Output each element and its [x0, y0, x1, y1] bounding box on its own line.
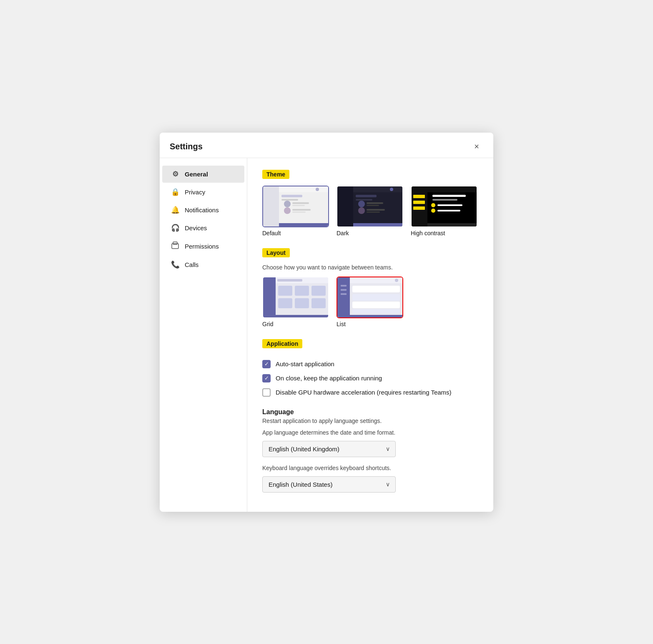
svg-rect-10 — [292, 205, 305, 206]
svg-rect-33 — [427, 186, 477, 192]
sidebar-item-devices[interactable]: 🎧 Devices — [162, 219, 244, 236]
sidebar-item-privacy[interactable]: 🔒 Privacy — [162, 184, 244, 201]
svg-point-24 — [358, 207, 365, 214]
close-button[interactable]: × — [470, 140, 483, 153]
svg-rect-7 — [281, 199, 298, 201]
layout-list-name: List — [337, 321, 346, 327]
svg-rect-49 — [295, 298, 309, 308]
svg-rect-4 — [279, 186, 329, 192]
autostart-label: Auto-start application — [276, 360, 334, 367]
layout-grid-preview — [262, 277, 329, 318]
svg-rect-46 — [295, 286, 309, 296]
svg-rect-42 — [263, 277, 276, 318]
svg-rect-9 — [292, 202, 309, 204]
box-icon — [171, 242, 180, 251]
sidebar-label-privacy: Privacy — [185, 189, 205, 196]
svg-rect-55 — [341, 289, 347, 291]
disable-gpu-checkbox[interactable] — [262, 388, 271, 397]
checkbox-autostart-row: ✓ Auto-start application — [262, 360, 478, 368]
svg-point-36 — [431, 203, 435, 207]
theme-default-name: Default — [262, 230, 281, 236]
theme-label: Theme — [262, 170, 289, 179]
svg-point-21 — [358, 201, 365, 207]
theme-row: Default — [262, 186, 478, 236]
svg-rect-56 — [341, 293, 347, 295]
layout-list-preview — [337, 277, 403, 318]
svg-rect-32 — [413, 206, 425, 210]
theme-hc-preview — [411, 186, 477, 227]
svg-rect-44 — [277, 279, 302, 282]
theme-default-preview — [262, 186, 329, 227]
main-content: Theme — [247, 158, 493, 512]
svg-rect-37 — [437, 204, 462, 206]
phone-icon: 📞 — [171, 260, 180, 269]
svg-rect-45 — [278, 286, 292, 296]
application-label: Application — [262, 339, 302, 348]
svg-rect-47 — [311, 286, 326, 296]
disable-gpu-label: Disable GPU hardware acceleration (requi… — [276, 389, 452, 396]
keyboard-select-wrapper: English (United States) English (United … — [262, 476, 396, 493]
layout-grid-name: Grid — [262, 321, 273, 327]
svg-rect-39 — [437, 210, 460, 211]
svg-rect-19 — [356, 195, 377, 197]
theme-dark-name: Dark — [337, 230, 349, 236]
sidebar-label-general: General — [185, 171, 208, 178]
svg-rect-1 — [173, 242, 177, 244]
bell-icon: 🔔 — [171, 206, 180, 214]
svg-rect-3 — [263, 186, 279, 227]
autostart-checkbox[interactable]: ✓ — [262, 360, 271, 368]
titlebar: Settings × — [160, 133, 493, 158]
language-select[interactable]: English (United Kingdom) English (United… — [262, 441, 396, 457]
layout-section: Layout Choose how you want to navigate b… — [262, 248, 478, 327]
theme-section: Theme — [262, 170, 478, 236]
svg-point-58 — [395, 279, 398, 282]
layout-list[interactable]: List — [337, 277, 403, 327]
svg-point-18 — [390, 188, 393, 191]
svg-rect-59 — [352, 286, 400, 292]
sidebar: ⚙ General 🔒 Privacy 🔔 Notifications 🎧 De… — [160, 158, 247, 512]
svg-rect-40 — [427, 223, 477, 227]
svg-rect-60 — [352, 294, 400, 301]
checkmark-icon: ✓ — [264, 361, 269, 367]
language-desc2: App language determines the date and tim… — [262, 429, 478, 436]
theme-dark[interactable]: Dark — [337, 186, 403, 236]
checkmark-icon2: ✓ — [264, 375, 269, 381]
svg-rect-25 — [367, 209, 385, 211]
sidebar-item-calls[interactable]: 📞 Calls — [162, 256, 244, 273]
content-area: ⚙ General 🔒 Privacy 🔔 Notifications 🎧 De… — [160, 158, 493, 512]
checkbox-disable-gpu-row: Disable GPU hardware acceleration (requi… — [262, 388, 478, 397]
svg-rect-35 — [432, 199, 457, 201]
svg-rect-14 — [279, 223, 329, 227]
theme-hc-name: High contrast — [411, 230, 445, 236]
sidebar-item-permissions[interactable]: Permissions — [162, 237, 244, 255]
svg-rect-54 — [341, 285, 347, 287]
svg-rect-62 — [352, 309, 400, 313]
language-desc1: Restart application to apply language se… — [262, 418, 478, 424]
svg-rect-30 — [413, 195, 425, 198]
svg-rect-31 — [413, 201, 425, 204]
settings-window: Settings × ⚙ General 🔒 Privacy 🔔 Notific… — [160, 133, 493, 512]
lock-icon: 🔒 — [171, 188, 180, 196]
theme-high-contrast[interactable]: High contrast — [411, 186, 477, 236]
sidebar-item-notifications[interactable]: 🔔 Notifications — [162, 201, 244, 219]
headset-icon: 🎧 — [171, 224, 180, 232]
sidebar-label-devices: Devices — [185, 224, 207, 231]
svg-rect-13 — [292, 211, 306, 213]
svg-rect-12 — [292, 209, 311, 211]
svg-rect-61 — [352, 302, 400, 308]
svg-point-38 — [431, 209, 435, 213]
svg-rect-16 — [337, 186, 353, 227]
keep-running-label: On close, keep the application running — [276, 375, 382, 382]
svg-rect-63 — [350, 315, 403, 318]
svg-rect-51 — [276, 315, 329, 318]
keep-running-checkbox[interactable]: ✓ — [262, 374, 271, 382]
theme-default[interactable]: Default — [262, 186, 329, 236]
sidebar-item-general[interactable]: ⚙ General — [162, 166, 244, 183]
layout-grid[interactable]: Grid — [262, 277, 329, 327]
svg-point-8 — [284, 201, 291, 207]
keyboard-desc: Keyboard language overrides keyboard sho… — [262, 465, 478, 471]
window-title: Settings — [170, 142, 203, 151]
layout-desc: Choose how you want to navigate between … — [262, 264, 478, 271]
keyboard-language-select[interactable]: English (United States) English (United … — [262, 476, 396, 493]
checkbox-keep-running-row: ✓ On close, keep the application running — [262, 374, 478, 382]
